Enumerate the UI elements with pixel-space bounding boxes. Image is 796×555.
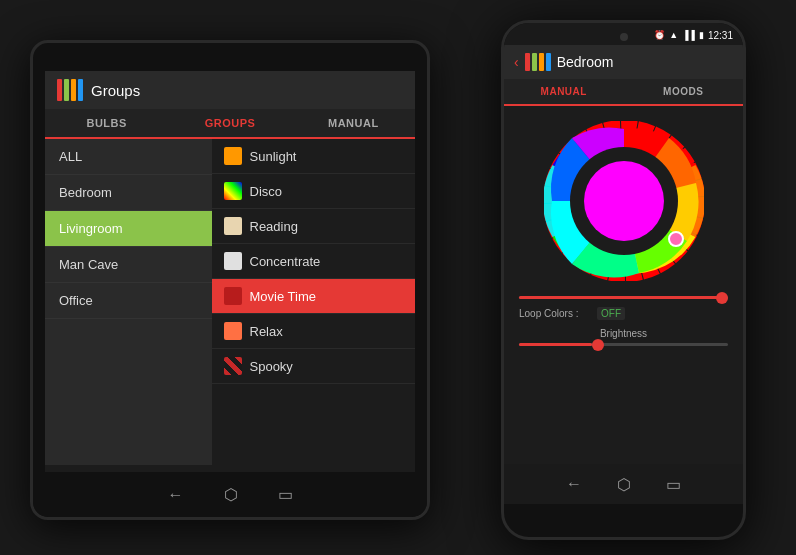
tablet-recent-button[interactable]: ▭ bbox=[278, 485, 293, 504]
phone-logo-green bbox=[532, 53, 537, 71]
mood-color-sunlight bbox=[224, 147, 242, 165]
phone-home-button[interactable]: ⬡ bbox=[617, 475, 631, 494]
mood-color-relax bbox=[224, 322, 242, 340]
battery-icon: ▮ bbox=[699, 30, 704, 40]
brightness-label: Brightness bbox=[519, 328, 728, 339]
mood-color-movietime bbox=[224, 287, 242, 305]
brightness-slider-row bbox=[519, 343, 728, 346]
phone-nav-bar: ← ⬡ ▭ bbox=[504, 464, 743, 504]
mood-movietime[interactable]: Movie Time bbox=[212, 279, 416, 314]
brightness-track[interactable] bbox=[519, 343, 728, 346]
color-wheel-svg[interactable] bbox=[544, 121, 704, 281]
phone-logo-blue bbox=[546, 53, 551, 71]
phone-device: ⏰ ▲ ▐▐ ▮ 12:31 ‹ Bedroom bbox=[501, 20, 746, 540]
phone-screen-content: ‹ Bedroom MANUAL MOODS bbox=[504, 45, 743, 464]
logo-bar-red bbox=[57, 79, 62, 101]
wifi-icon: ▲ bbox=[669, 30, 678, 40]
moods-list: Sunlight Disco Reading Concentrate bbox=[212, 139, 416, 465]
groups-list: ALL Bedroom Livingroom Man Cave Office bbox=[45, 139, 212, 465]
mood-color-reading bbox=[224, 217, 242, 235]
phone-app-logo bbox=[525, 53, 551, 71]
loop-colors-row: Loop Colors : OFF bbox=[519, 307, 728, 320]
group-mancave[interactable]: Man Cave bbox=[45, 247, 212, 283]
color-wheel-container[interactable] bbox=[504, 106, 743, 291]
logo-bar-orange bbox=[71, 79, 76, 101]
tablet-device: Groups BULBS GROUPS MANUAL ALL Bedroom L… bbox=[30, 40, 430, 520]
tablet-tabs: BULBS GROUPS MANUAL bbox=[45, 109, 415, 139]
tablet-home-button[interactable]: ⬡ bbox=[224, 485, 238, 504]
mood-color-spooky bbox=[224, 357, 242, 375]
mood-color-concentrate bbox=[224, 252, 242, 270]
phone-logo-orange bbox=[539, 53, 544, 71]
mood-relax[interactable]: Relax bbox=[212, 314, 416, 349]
brightness-thumb[interactable] bbox=[592, 339, 604, 351]
phone-camera bbox=[620, 33, 628, 41]
clock: 12:31 bbox=[708, 30, 733, 41]
phone-tab-manual[interactable]: MANUAL bbox=[504, 79, 624, 104]
saturation-section: Loop Colors : OFF Brightness bbox=[504, 291, 743, 359]
mood-spooky[interactable]: Spooky bbox=[212, 349, 416, 384]
group-office[interactable]: Office bbox=[45, 283, 212, 319]
group-bedroom[interactable]: Bedroom bbox=[45, 175, 212, 211]
brightness-fill bbox=[519, 343, 592, 346]
app-logo bbox=[57, 79, 83, 101]
tablet-back-button[interactable]: ← bbox=[168, 486, 184, 504]
svg-point-2 bbox=[584, 161, 664, 241]
phone-app-title: Bedroom bbox=[557, 54, 614, 70]
mood-color-disco bbox=[224, 182, 242, 200]
phone-tab-moods[interactable]: MOODS bbox=[624, 79, 744, 104]
signal-icon: ▐▐ bbox=[682, 30, 695, 40]
logo-bar-green bbox=[64, 79, 69, 101]
tablet-nav-bar: ← ⬡ ▭ bbox=[33, 472, 427, 517]
loop-colors-label: Loop Colors : bbox=[519, 308, 589, 319]
phone-recent-button[interactable]: ▭ bbox=[666, 475, 681, 494]
scene: Groups BULBS GROUPS MANUAL ALL Bedroom L… bbox=[0, 0, 796, 555]
alarm-icon: ⏰ bbox=[654, 30, 665, 40]
phone-tabs: MANUAL MOODS bbox=[504, 79, 743, 106]
color-wheel[interactable] bbox=[544, 121, 704, 281]
svg-point-3 bbox=[669, 232, 683, 246]
tablet-screen: Groups BULBS GROUPS MANUAL ALL Bedroom L… bbox=[45, 71, 415, 472]
tab-bulbs[interactable]: BULBS bbox=[45, 109, 168, 137]
saturation-slider-row bbox=[519, 296, 728, 299]
mood-sunlight[interactable]: Sunlight bbox=[212, 139, 416, 174]
saturation-fill bbox=[519, 296, 718, 299]
saturation-thumb[interactable] bbox=[716, 292, 728, 304]
phone-app-header: ‹ Bedroom bbox=[504, 45, 743, 79]
mood-disco[interactable]: Disco bbox=[212, 174, 416, 209]
phone-logo-red bbox=[525, 53, 530, 71]
tab-manual[interactable]: MANUAL bbox=[292, 109, 415, 137]
logo-bar-blue bbox=[78, 79, 83, 101]
phone-back-icon[interactable]: ‹ bbox=[514, 54, 519, 70]
tablet-content: ALL Bedroom Livingroom Man Cave Office S… bbox=[45, 139, 415, 465]
tab-groups[interactable]: GROUPS bbox=[168, 109, 291, 139]
mood-concentrate[interactable]: Concentrate bbox=[212, 244, 416, 279]
saturation-track[interactable] bbox=[519, 296, 728, 299]
phone-screen: ‹ Bedroom MANUAL MOODS bbox=[504, 45, 743, 504]
tablet-app-header: Groups bbox=[45, 71, 415, 109]
phone-back-button[interactable]: ← bbox=[566, 475, 582, 493]
tablet-app-title: Groups bbox=[91, 82, 140, 99]
loop-colors-value[interactable]: OFF bbox=[597, 307, 625, 320]
group-livingroom[interactable]: Livingroom bbox=[45, 211, 212, 247]
mood-reading[interactable]: Reading bbox=[212, 209, 416, 244]
group-all[interactable]: ALL bbox=[45, 139, 212, 175]
